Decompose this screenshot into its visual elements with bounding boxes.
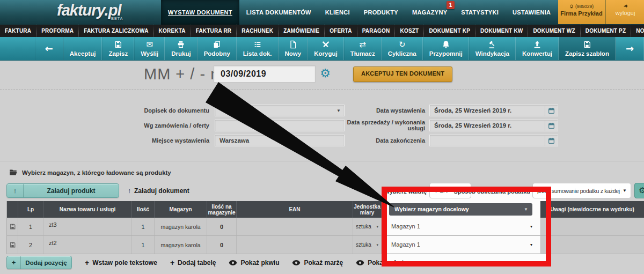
doc-tab-paragon[interactable]: PARAGON (357, 25, 396, 37)
toolbar-koryguj-button[interactable]: Koryguj (308, 37, 343, 60)
header-name: Nazwa towaru / usługi (43, 201, 132, 218)
header-target-warehouse: Wybierz magazyn docelowy ▼ (382, 201, 540, 218)
toolbar-wyslij-button[interactable]: ✉Wyślij (134, 37, 165, 60)
target-warehouse-select[interactable]: Wybierz magazyn docelowy ▼ (389, 203, 532, 216)
row-target-warehouse-select[interactable]: Magazyn 1 ▾ (382, 218, 540, 235)
doc-tab-dokument-kw[interactable]: DOKUMENT KW (475, 25, 528, 37)
cell-notes[interactable] (540, 218, 644, 235)
accept-document-button[interactable]: AKCEPTUJ TEN DOKUMENT (353, 66, 452, 82)
nav-item-produkty[interactable]: PRODUKTY (357, 0, 405, 25)
toolbar-next-button[interactable]: → (616, 37, 644, 60)
account-box[interactable]: (985029) Firma Przykład (558, 0, 605, 24)
load-document-link[interactable]: ↑ Załaduj dokument (128, 187, 189, 195)
load-product-button[interactable]: ↑ Załaduj produkt (6, 183, 119, 198)
notification-badge: 1 (447, 1, 455, 9)
doc-tab-koszt[interactable]: KOSZT (395, 25, 424, 37)
insert-text-field-button[interactable]: + Wstaw pole tekstowe (85, 258, 157, 267)
doc-tab-zamowienie[interactable]: ZAMÓWIENIE (279, 25, 325, 37)
chevron-down-icon: ▾ (376, 225, 378, 229)
doc-tab-faktura[interactable]: FAKTURA (0, 25, 36, 37)
table-header-row: Lp Nazwa towaru / usługi Ilość Magazyn I… (7, 201, 644, 218)
doc-tab-proforma[interactable]: PROFORMA (36, 25, 79, 37)
data-sprzedazy-input[interactable]: Środa, 25 Wrzesień 2019 r. (429, 120, 558, 131)
cell-ean[interactable] (237, 236, 353, 254)
cell-target-warehouse: Magazyn 1 ▾ (382, 236, 540, 254)
cell-name[interactable]: zt2 (43, 236, 132, 254)
row-save-cell[interactable] (7, 236, 18, 254)
tax-method-select[interactable]: przez sumowanie podatku z każdej pozycji… (532, 183, 631, 198)
cell-target-warehouse: Magazyn 1 ▾ (382, 218, 540, 235)
toolbar-zapisz-button[interactable]: Zapisz (102, 37, 134, 60)
cell-ean[interactable] (237, 218, 353, 235)
toolbar-cykliczna-button[interactable]: ↻Cykliczna (382, 37, 423, 60)
doc-tab-faktura-rr[interactable]: FAKTURA RR (191, 25, 237, 37)
nav-item-statystyki[interactable]: STATYSTYKI (454, 0, 506, 25)
calendar-icon[interactable] (545, 120, 558, 131)
nav-item-ustawienia[interactable]: USTAWIENIA (506, 0, 558, 25)
add-table-button[interactable]: + Dodaj tabelę (170, 258, 216, 267)
nav-item-wystaw-dokument[interactable]: WYSTAW DOKUMENT (161, 0, 239, 25)
save-icon (114, 40, 122, 49)
cell-notes[interactable] (540, 236, 644, 254)
data-zakonczenia-input[interactable] (429, 135, 558, 146)
form-row-1: Dopisek do dokumentu ▼ Data wystawienia … (0, 105, 644, 116)
folder-icon (9, 168, 18, 176)
document-title-bar: MM + / - nr 03/09/2019 ⚙ AKCEPTUJ TEN DO… (0, 60, 644, 90)
document-number-input[interactable]: 03/09/2019 (214, 65, 316, 83)
doc-tab-oferta[interactable]: OFERTA (325, 25, 357, 37)
toolbar-przypomnij-button[interactable]: Przypomnij (423, 37, 469, 60)
toolbar-windykacja-button[interactable]: Windykacja (469, 37, 516, 60)
data-sprzedazy-label: Data sprzedaży / wykonania usługi (333, 120, 425, 131)
arrow-left-icon: ← (45, 43, 53, 54)
cell-name[interactable]: zt3 (43, 218, 132, 235)
toolbar-akceptuj-button[interactable]: Akceptuj (63, 37, 103, 60)
calendar-icon[interactable] (545, 135, 558, 146)
main-nav: WYSTAW DOKUMENT LISTA DOKUMENTÓW KLIENCI… (161, 0, 558, 25)
logo-beta-label: BETA (111, 17, 123, 20)
doc-tab-faktura-zaliczkowa[interactable]: FAKTURA ZALICZKOWA (79, 25, 153, 37)
doc-tab-dokument-wz[interactable]: DOKUMENT WZ (528, 25, 580, 37)
table-footer-actions: + Dodaj pozycję + Wstaw pole tekstowe + … (6, 256, 404, 269)
document-settings-gear-icon[interactable]: ⚙ (318, 66, 333, 81)
arrow-right-icon: → (626, 43, 634, 54)
cell-unit-select[interactable]: sztuka ▾ (353, 236, 382, 254)
toolbar-drukuj-button[interactable]: Drukuj (165, 37, 197, 60)
data-wystawienia-input[interactable]: Środa, 25 Wrzesień 2019 r. (429, 105, 558, 116)
add-item-button[interactable]: + Dodaj pozycję (6, 256, 72, 269)
show-margin-button[interactable]: Pokaż marżę (292, 259, 343, 266)
show-discount-button[interactable]: Pokaż rabat (356, 259, 404, 266)
nav-item-klienci[interactable]: KLIENCI (318, 0, 357, 25)
calendar-icon[interactable] (545, 105, 558, 116)
row-save-cell[interactable] (7, 218, 18, 235)
nav-item-lista-dokumentow[interactable]: LISTA DOKUMENTÓW (239, 0, 318, 25)
dopisek-select[interactable]: ▼ (215, 105, 345, 116)
header-unit: Jednostka miary (353, 201, 382, 218)
cell-qty[interactable]: 1 (132, 218, 155, 235)
toolbar-zapisz-szablon-button[interactable]: Zapisz szablon (559, 37, 616, 60)
items-table: Lp Nazwa towaru / usługi Ilość Magazyn I… (6, 201, 644, 254)
row-target-warehouse-select[interactable]: Magazyn 1 ▾ (382, 236, 540, 254)
table-settings-gear-button[interactable]: ⚙ (634, 183, 644, 198)
zamowienie-input[interactable] (215, 120, 345, 131)
doc-tab-nota-korygujaca[interactable]: NOTA KORYGUJĄCA (631, 25, 644, 37)
miejsce-input[interactable]: Warszawa (215, 135, 345, 146)
doc-tab-dokument-pz[interactable]: DOKUMENT PZ (581, 25, 632, 37)
account-id: (985029) (575, 4, 594, 9)
show-pkwiu-button[interactable]: Pokaż pkwiu (229, 259, 279, 266)
cell-qty[interactable]: 1 (132, 236, 155, 254)
doc-tab-korekta[interactable]: KOREKTA (154, 25, 191, 37)
app-logo[interactable]: faktury.pl BETA (57, 2, 121, 19)
toolbar-lista-dok-button[interactable]: Lista dok. (237, 37, 279, 60)
toolbar-podobny-button[interactable]: Podobny (197, 37, 237, 60)
nav-item-magazyny[interactable]: MAGAZYNY 1 (405, 0, 454, 25)
toolbar-tlumacz-button[interactable]: ⇄Tłumacz (344, 37, 382, 60)
doc-tab-rachunek[interactable]: RACHUNEK (237, 25, 279, 37)
logout-icon (623, 4, 628, 9)
doc-tab-dokument-kp[interactable]: DOKUMENT KP (424, 25, 475, 37)
toolbar-prev-button[interactable]: ← (35, 37, 63, 60)
file-icon (289, 40, 297, 49)
logout-button[interactable]: wyloguj (605, 0, 644, 24)
cell-unit-select[interactable]: sztuka ▾ (353, 218, 382, 235)
toolbar-konwertuj-button[interactable]: Konwertuj (516, 37, 559, 60)
toolbar-nowy-button[interactable]: Nowy (279, 37, 308, 60)
